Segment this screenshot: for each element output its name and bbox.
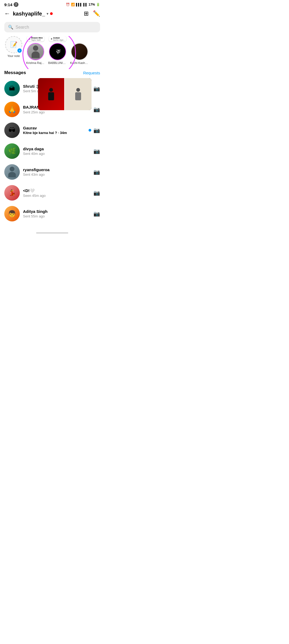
song-artist-krishna: Taylor Swift [31,39,43,41]
ryan-avatar [4,164,20,180]
bottom-bar [0,231,104,237]
battery-icon: 🔋 [96,3,100,6]
story-item-babblunilu[interactable]: ⏸ Judaai Sachin-Jigar... ক BABBLUNILU💜 [48,36,67,65]
camera-icon-aditya[interactable]: 📷 [93,210,100,217]
ryan-sub: Sent 43m ago [23,172,90,177]
account-name[interactable]: kashyaplife_ [13,11,45,17]
camera-icon-ryan[interactable]: 📷 [93,169,100,175]
song-name-babblunilu: Judaai [53,37,65,39]
message-item-aditya[interactable]: 👦 Aditya Singh Sent 55m ago 📷 [4,203,100,224]
divya-name: divya daga [23,147,90,151]
message-item-d[interactable]: 💃 <D!🤍 Seen 45m ago 📷 [4,182,100,203]
wifi-icon: 📶 [71,3,75,6]
divya-sub: Sent 40m ago [23,152,90,156]
search-bar[interactable]: 🔍 Search [4,22,100,32]
edit-button[interactable]: ✏️ [93,10,100,17]
ryan-name: ryansfigueroa [23,167,90,172]
divya-avatar: 🌿 [4,143,20,159]
floating-preview [38,78,92,110]
message-item-ryan[interactable]: ryansfigueroa Sent 43m ago 📷 [4,162,100,182]
signal-icon: ▌▌▌ [76,3,82,6]
camera-icon-shruti[interactable]: 📷 [93,85,100,92]
alarm-icon: ⏰ [66,3,70,6]
gaurav-sub: Kitne bje karna hai ? · 34m [23,131,85,135]
notification-badge: 7 [14,2,18,7]
bajrang-sub: Sent 25m ago [23,110,90,114]
status-bar: 9:14 7 ⏰ 📶 ▌▌▌ ▌▌ 17% 🔋 [0,0,104,8]
message-item-shruti[interactable]: 🏔 Shruti :) Sent 5m ago 📷 [4,78,100,99]
camera-icon-gaurav[interactable]: 📷 [93,127,100,133]
your-note-label: Your note [7,54,20,57]
song-name-krishna: Shawn Men [31,37,43,39]
message-item-divya[interactable]: 🌿 divya daga Sent 40m ago 📷 [4,141,100,162]
story-item-your-note[interactable]: 📝 + Your note [4,36,23,57]
song-artist-babblunilu: Sachin-Jigar... [53,39,65,41]
gaurav-name: Gaurav [23,126,85,130]
status-time: 9:14 [4,2,12,7]
camera-icon-d[interactable]: 📷 [93,190,100,196]
stories-row: 📝 + Your note ⏸ Shawn Men Taylor Swift [0,36,104,69]
online-status-dot [50,12,53,15]
aditya-sub: Sent 55m ago [23,214,90,218]
message-list: 🏔 Shruti :) Sent 5m ago 📷 [0,78,104,224]
bajrang-avatar: 🙏 [4,102,20,117]
story-item-krishna[interactable]: ⏸ Shawn Men Taylor Swift Krishna Rajpuro… [26,36,45,65]
babblunilu-label: BABBLUNILU💜 [48,61,67,65]
shruti-avatar: 🏔 [4,81,20,96]
kuchi-avatar [71,43,88,60]
story-item-kuchi[interactable]: Kuchi Kashya... [70,36,89,64]
battery-text: 17% [89,3,95,6]
requests-link[interactable]: Requests [83,71,100,75]
aditya-name: Aditya Singh [23,209,90,214]
babblunilu-avatar: ক [49,43,66,60]
music-bars-icon2: ⏸ [50,38,52,40]
search-icon: 🔍 [8,25,13,30]
status-right: ⏰ 📶 ▌▌▌ ▌▌ 17% 🔋 [66,3,100,6]
kuchi-label: Kuchi Kashya... [70,61,89,64]
gaurav-avatar: 🕶 [4,122,20,138]
new-story-button[interactable]: ⊞ [84,10,89,17]
back-button[interactable]: ← [4,10,10,17]
messages-title: Messages [4,70,26,75]
aditya-avatar: 👦 [4,206,20,221]
d-sub: Seen 45m ago [23,194,90,198]
d-name: <D!🤍 [23,188,90,193]
add-note-icon: + [17,48,22,53]
search-input[interactable]: Search [16,25,29,30]
camera-icon-bajrang[interactable]: 📷 [93,106,100,113]
krishna-avatar [27,43,44,60]
d-avatar: 💃 [4,185,20,201]
home-indicator [36,232,68,233]
krishna-label: Krishna Rajpuro... [26,61,45,64]
camera-icon-divya[interactable]: 📷 [93,148,100,154]
message-item-gaurav[interactable]: 🕶 Gaurav Kitne bje karna hai ? · 34m 📷 [4,120,100,141]
music-bars-icon: ⏸ [28,38,31,40]
header: ← kashyaplife_ ▾ ⊞ ✏️ [0,8,104,20]
signal-icon2: ▌▌ [83,3,88,6]
unread-dot-gaurav [89,129,91,132]
dropdown-arrow-icon[interactable]: ▾ [47,11,48,16]
messages-header: Messages Requests [0,69,104,78]
